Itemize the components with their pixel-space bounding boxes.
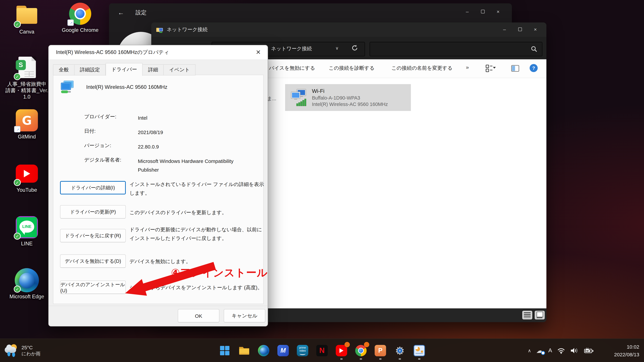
- search-icon: [531, 45, 537, 52]
- toolbar-disable-device[interactable]: バイスを無効にする: [269, 65, 315, 71]
- settings-title: 設定: [136, 9, 146, 16]
- edge-taskbar-button[interactable]: [256, 341, 271, 360]
- file-explorer-button[interactable]: [236, 341, 252, 360]
- back-icon[interactable]: ←: [118, 9, 124, 16]
- desktop-icon-microsoft-edge[interactable]: ✓ Microsoft Edge: [5, 269, 49, 300]
- view-grid-icon[interactable]: [485, 64, 499, 73]
- sync-check-icon: ✓: [14, 179, 21, 186]
- desktop-icon-label: LINE: [21, 240, 33, 247]
- desktop-icon-label: YouTube: [16, 187, 37, 193]
- desktop-icon-line[interactable]: LINE ✓ LINE: [5, 216, 49, 247]
- maximize-button[interactable]: [512, 24, 528, 34]
- connection-adapter: Intel(R) Wireless-AC 9560 160MHz: [312, 102, 388, 107]
- desktop-icon-canva[interactable]: ✓ Canva: [5, 4, 49, 35]
- wifi-connection-item[interactable]: Wi-Fi Buffalo-A-1D90-WPA3 Intel(R) Wirel…: [285, 84, 411, 111]
- update-driver-button[interactable]: ドライバーの更新(P): [60, 205, 126, 219]
- tab-events[interactable]: イベント: [164, 64, 196, 75]
- sync-check-icon: ✓: [14, 233, 21, 240]
- update-driver-desc: このデバイスのドライバーを更新します。: [130, 208, 266, 217]
- large-icons-view-button[interactable]: [535, 311, 545, 320]
- network-folder-icon: [156, 26, 163, 33]
- clock-time: 10:02: [614, 343, 639, 351]
- edge-icon: ✓: [16, 269, 38, 291]
- desktop-icon-youtube[interactable]: ✓ YouTube: [5, 163, 49, 193]
- minimize-button[interactable]: –: [497, 24, 512, 34]
- chevron-down-icon[interactable]: ∨: [336, 45, 338, 51]
- field-value: Microsoft Windows Hardware Compatibility…: [138, 157, 245, 174]
- prime-video-icon: prime video: [297, 345, 308, 356]
- shortcut-arrow-icon: →: [14, 126, 20, 132]
- desktop-icon-label: 人事_帰省旅費申請書・精算書_Ver.1.0: [5, 81, 49, 100]
- search-input[interactable]: [370, 42, 542, 56]
- chevron-up-icon[interactable]: ∧: [528, 348, 531, 353]
- prime-video-button[interactable]: prime video: [295, 341, 310, 360]
- field-value: 2021/08/19: [138, 128, 245, 137]
- network-adapter-icon: [59, 80, 75, 94]
- connection-ssid: Buffalo-A-1D90-WPA3: [312, 95, 388, 100]
- gear-icon: ⚙: [394, 344, 406, 357]
- tab-driver[interactable]: ドライバー: [106, 63, 143, 76]
- line-icon: LINE ✓: [16, 216, 38, 238]
- system-tray: ∧ ☁ A: [528, 339, 594, 362]
- weather-widget[interactable]: 25°C にわか雨: [5, 344, 40, 358]
- ime-mode-indicator[interactable]: A: [548, 347, 552, 354]
- settings-taskbar-button[interactable]: ⚙: [392, 341, 408, 360]
- maximize-button[interactable]: [475, 7, 490, 17]
- details-view-button[interactable]: [522, 311, 532, 320]
- battery-icon[interactable]: [584, 348, 594, 354]
- more-commands-icon[interactable]: »: [466, 64, 469, 70]
- field-value: 22.80.0.9: [138, 142, 245, 151]
- close-button[interactable]: ×: [528, 24, 543, 34]
- taskbar: 25°C にわか雨 M: [0, 339, 644, 362]
- volume-icon[interactable]: [570, 347, 579, 354]
- weather-condition: にわか雨: [22, 351, 40, 357]
- tab-advanced[interactable]: 詳細設定: [74, 64, 106, 75]
- disable-device-button[interactable]: デバイスを無効にする(D): [60, 254, 126, 268]
- screen-capture-icon: [414, 345, 425, 356]
- start-button[interactable]: [217, 341, 232, 360]
- notification-badge: [344, 342, 350, 347]
- wifi-icon[interactable]: [557, 347, 565, 354]
- desktop-icon-gitmind[interactable]: G → GitMind: [5, 109, 49, 140]
- youtube-taskbar-button[interactable]: [334, 341, 349, 360]
- p-app-button[interactable]: P: [373, 341, 388, 360]
- field-label: 日付:: [84, 128, 96, 134]
- help-icon[interactable]: ?: [530, 64, 538, 72]
- netflix-icon: N: [316, 345, 328, 356]
- desktop-icon-label: Microsoft Edge: [10, 293, 44, 300]
- minimize-button[interactable]: –: [460, 7, 475, 17]
- cancel-button[interactable]: キャンセル: [224, 309, 265, 323]
- desktop-icon-google-chrome[interactable]: → Google Chrome: [58, 3, 102, 33]
- weather-temp: 25°C: [22, 345, 40, 350]
- close-button[interactable]: ×: [490, 7, 506, 17]
- onedrive-icon[interactable]: ☁: [536, 347, 543, 355]
- preview-pane-icon[interactable]: [511, 64, 520, 73]
- close-icon[interactable]: ✕: [251, 46, 266, 58]
- taskbar-clock[interactable]: 10:02 2022/08/13: [614, 343, 639, 358]
- network-window-titlebar[interactable]: ネットワーク接続 – ×: [151, 22, 546, 37]
- notification-badge: [364, 342, 369, 347]
- field-label: バージョン:: [84, 142, 111, 148]
- netflix-button[interactable]: N: [314, 341, 330, 360]
- chrome-taskbar-button[interactable]: [353, 341, 368, 360]
- roll-back-driver-button[interactable]: ドライバーを元に戻す(R): [60, 229, 126, 242]
- field-label: プロバイダー:: [84, 114, 116, 119]
- capture-app-button[interactable]: [412, 341, 427, 360]
- tab-details[interactable]: 詳細: [143, 64, 164, 75]
- address-path: ネットワーク接続: [271, 45, 312, 52]
- desktop-icon-document[interactable]: S ✓ 人事_帰省旅費申請書・精算書_Ver.1.0: [5, 57, 49, 100]
- dialog-titlebar[interactable]: Intel(R) Wireless-AC 9560 160MHzのプロパティ: [49, 45, 268, 59]
- tab-general[interactable]: 全般: [53, 64, 74, 75]
- gitmind-icon: G →: [16, 109, 38, 131]
- ok-button[interactable]: OK: [178, 309, 219, 323]
- m-app-button[interactable]: M: [276, 341, 291, 360]
- chrome-icon: →: [69, 3, 91, 25]
- youtube-icon: ✓: [16, 163, 38, 185]
- desktop-icon-label: GitMind: [18, 133, 36, 140]
- desktop-icon-label: Google Chrome: [62, 27, 98, 33]
- driver-details-button[interactable]: ドライバーの詳細(I): [60, 181, 126, 194]
- toolbar-rename-connection[interactable]: この接続の名前を変更する: [392, 65, 452, 71]
- refresh-icon[interactable]: [352, 44, 358, 51]
- toolbar-diagnose-connection[interactable]: この接続を診断する: [329, 65, 375, 71]
- uninstall-device-button[interactable]: デバイスのアンインストール(U): [60, 281, 126, 294]
